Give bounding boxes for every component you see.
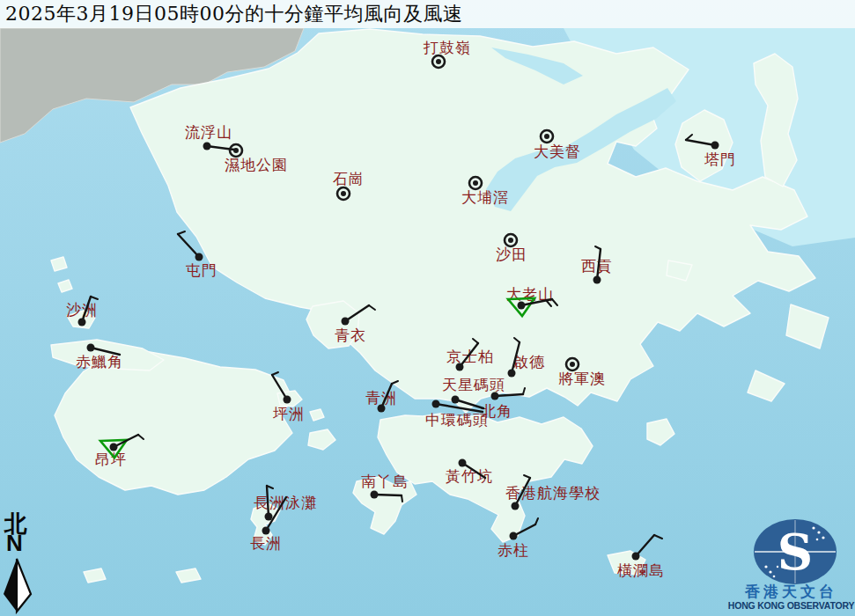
wind-barb-tick	[178, 231, 185, 234]
wind-barb-tick	[473, 339, 478, 343]
wind-barb-shaft	[495, 394, 523, 396]
wind-barb-tick	[272, 372, 278, 375]
wind-barb-shaft	[267, 486, 269, 517]
wind-barb-shaft	[91, 348, 120, 355]
wind-barb-tick	[514, 338, 520, 342]
station-dot	[518, 302, 526, 310]
wind-barb-shaft	[515, 478, 530, 506]
wind-barb-tick	[91, 297, 98, 299]
station-dot	[711, 142, 719, 150]
station-dot	[371, 491, 379, 499]
station-dot	[593, 276, 601, 284]
map-title: 2025年3月19日05時00分的十分鐘平均風向及風速	[0, 1, 462, 27]
wind-barb-tick	[552, 299, 557, 305]
wind-barb-shaft	[178, 234, 199, 257]
wind-barb-shaft	[597, 249, 601, 280]
wind-barb-tick	[595, 246, 601, 249]
calm-wind-center-dot	[544, 134, 549, 139]
station-dot	[262, 527, 270, 535]
station-dot	[508, 370, 516, 378]
wind-barb-tick	[535, 518, 538, 524]
calm-wind-center-dot	[473, 180, 478, 186]
station-dot	[265, 513, 273, 521]
station-dot	[456, 363, 464, 371]
station-dot	[459, 459, 467, 467]
station-dot	[78, 319, 86, 326]
wind-barb-shaft	[512, 342, 520, 373]
wind-barb-shaft	[374, 495, 402, 495]
station-dot	[432, 400, 440, 408]
compass: 北 N	[0, 509, 39, 616]
station-dot	[203, 143, 211, 150]
calm-wind-center-dot	[341, 191, 346, 196]
wind-barb-tick	[654, 535, 662, 539]
calm-wind-center-dot	[570, 362, 575, 367]
station-dot	[510, 532, 518, 540]
wind-barb-shaft	[82, 297, 91, 322]
station-dot	[378, 405, 386, 413]
wind-barb-tick	[402, 495, 402, 502]
wind-barb-shaft	[381, 384, 392, 408]
station-dot	[491, 392, 499, 400]
wind-barb-tick	[524, 475, 530, 478]
wind-barb-shaft	[345, 305, 369, 321]
wind-barb-shaft	[636, 535, 654, 556]
wind-map-page: 打鼓嶺流浮山濕地公園石崗大美督塔門大埔滘沙田屯門西貢大老山沙洲青衣赤鱲角京士柏啟…	[0, 0, 855, 616]
station-dot	[195, 253, 203, 261]
wind-barb-tick	[546, 300, 551, 306]
svg-text:S: S	[778, 523, 813, 581]
wind-barb-shaft	[462, 463, 485, 478]
north-arrow-icon	[0, 553, 39, 616]
calm-wind-center-dot	[436, 59, 441, 64]
title-bar: 2025年3月19日05時00分的十分鐘平均風向及風速	[0, 0, 855, 28]
wind-barb-tick	[369, 305, 375, 310]
wind-barb-tick	[392, 381, 398, 384]
wind-barb-tick	[686, 135, 692, 140]
wind-barb-shaft	[686, 140, 715, 145]
station-dot	[632, 553, 640, 561]
wind-barb-tick	[523, 388, 525, 394]
station-dot	[512, 502, 520, 510]
wind-barb-shaft	[272, 375, 287, 400]
station-dot	[110, 444, 118, 451]
station-dot	[452, 396, 460, 404]
station-dot	[342, 318, 350, 326]
wind-barb-shaft	[460, 343, 478, 367]
station-dot	[284, 396, 291, 404]
hko-logo: S 香港天文台 HONG KONG OBSERVATORY	[727, 510, 855, 616]
hko-name-english: HONG KONG OBSERVATORY	[727, 600, 855, 611]
calm-wind-center-dot	[508, 238, 513, 243]
hko-name-chinese: 香港天文台	[727, 582, 855, 602]
station-dot	[87, 344, 95, 352]
wind-barb-tick	[138, 435, 144, 439]
calm-wind-center-dot	[233, 148, 239, 153]
